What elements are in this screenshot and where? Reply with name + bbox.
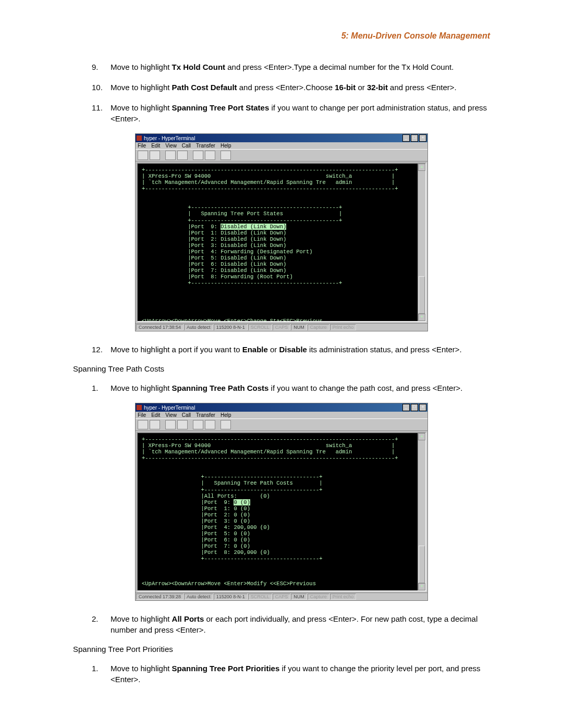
toolbar-icon[interactable] bbox=[205, 151, 215, 160]
status-print: Print echo bbox=[330, 594, 357, 600]
step-pathcost-2: 2. Move to highlight All Ports or each p… bbox=[92, 613, 490, 635]
menubar: File Edit View Call Transfer Help bbox=[136, 412, 427, 418]
menu-transfer[interactable]: Transfer bbox=[196, 412, 215, 418]
menubar: File Edit View Call Transfer Help bbox=[136, 142, 427, 149]
window-title: hyper - HyperTerminal bbox=[144, 135, 402, 141]
menu-call[interactable]: Call bbox=[182, 143, 191, 149]
menu-transfer[interactable]: Transfer bbox=[196, 143, 215, 149]
status-baud: 115200 8-N-1 bbox=[214, 324, 248, 330]
terminal-output: +---------------------------------------… bbox=[137, 163, 426, 322]
step-text: Move to highlight All Ports or each port… bbox=[111, 613, 490, 635]
step-number: 10. bbox=[92, 82, 111, 93]
status-caps: CAPS bbox=[273, 324, 291, 330]
step-text: Move to highlight Spanning Tree Port Sta… bbox=[111, 102, 490, 124]
toolbar-icon[interactable] bbox=[193, 151, 203, 160]
menu-help[interactable]: Help bbox=[221, 412, 231, 418]
status-detect: Auto detect bbox=[184, 594, 213, 600]
menu-view[interactable]: View bbox=[165, 412, 177, 418]
step-number: 1. bbox=[92, 382, 111, 393]
step-pathcost-1: 1. Move to highlight Spanning Tree Path … bbox=[92, 382, 490, 393]
status-capture: Capture bbox=[308, 594, 329, 600]
step-text: Move to highlight Path Cost Default and … bbox=[111, 82, 490, 93]
section-header: 5: Menu-Driven Console Management bbox=[73, 31, 490, 41]
statusbar: Connected 17:39:28 Auto detect 115200 8-… bbox=[136, 593, 427, 600]
step-text: Move to highlight Spanning Tree Port Pri… bbox=[111, 663, 490, 685]
menu-call[interactable]: Call bbox=[182, 412, 191, 418]
menu-edit[interactable]: Edit bbox=[151, 412, 160, 418]
statusbar: Connected 17:38:54 Auto detect 115200 8-… bbox=[136, 323, 427, 331]
menu-help[interactable]: Help bbox=[221, 143, 231, 149]
hyperterminal-window-2: hyper - HyperTerminal _ □ × File Edit Vi… bbox=[135, 403, 428, 601]
status-num: NUM bbox=[291, 594, 307, 600]
app-icon bbox=[137, 405, 142, 410]
close-icon[interactable]: × bbox=[419, 404, 426, 411]
hyperterminal-window-1: hyper - HyperTerminal _ □ × File Edit Vi… bbox=[135, 133, 428, 331]
step-number: 9. bbox=[92, 61, 111, 72]
step-10: 10. Move to highlight Path Cost Default … bbox=[92, 82, 490, 93]
scroll-down-icon[interactable]: ▼ bbox=[418, 583, 425, 590]
toolbar-icon[interactable] bbox=[177, 151, 188, 160]
app-icon bbox=[137, 135, 142, 141]
toolbar-icon[interactable] bbox=[138, 151, 148, 160]
toolbar-icon[interactable] bbox=[177, 420, 188, 429]
status-connected: Connected 17:39:28 bbox=[136, 594, 183, 600]
minimize-icon[interactable]: _ bbox=[402, 404, 410, 411]
maximize-icon[interactable]: □ bbox=[411, 134, 418, 142]
window-titlebar: hyper - HyperTerminal _ □ × bbox=[136, 403, 427, 412]
scroll-up-icon[interactable]: ▲ bbox=[418, 164, 425, 171]
step-number: 1. bbox=[92, 663, 111, 685]
subheading-port-priorities: Spanning Tree Port Priorities bbox=[73, 645, 490, 653]
toolbar-icon[interactable] bbox=[193, 420, 203, 429]
toolbar-icon[interactable] bbox=[221, 151, 231, 160]
status-connected: Connected 17:38:54 bbox=[136, 324, 183, 330]
step-number: 12. bbox=[92, 344, 111, 355]
status-caps: CAPS bbox=[273, 594, 291, 600]
minimize-icon[interactable]: _ bbox=[402, 134, 410, 142]
menu-file[interactable]: File bbox=[138, 412, 146, 418]
window-title: hyper - HyperTerminal bbox=[144, 405, 402, 411]
step-text: Move to highlight Tx Hold Count and pres… bbox=[111, 61, 490, 72]
scroll-up-icon[interactable]: ▲ bbox=[418, 433, 425, 440]
step-11: 11. Move to highlight Spanning Tree Port… bbox=[92, 102, 490, 124]
status-detect: Auto detect bbox=[184, 324, 213, 330]
subheading-path-costs: Spanning Tree Path Costs bbox=[73, 364, 490, 373]
menu-edit[interactable]: Edit bbox=[151, 143, 160, 149]
toolbar-icon[interactable] bbox=[165, 420, 176, 429]
status-scroll: SCROLL bbox=[248, 324, 272, 330]
toolbar bbox=[136, 149, 427, 162]
toolbar-icon[interactable] bbox=[165, 151, 176, 160]
step-number: 11. bbox=[92, 102, 111, 124]
step-text: Move to highlight Spanning Tree Path Cos… bbox=[111, 382, 490, 393]
step-9: 9. Move to highlight Tx Hold Count and p… bbox=[92, 61, 490, 72]
step-12: 12. Move to highlight a port if you want… bbox=[92, 344, 490, 355]
toolbar-icon[interactable] bbox=[150, 420, 160, 429]
terminal-output: +---------------------------------------… bbox=[137, 432, 426, 591]
maximize-icon[interactable]: □ bbox=[411, 404, 418, 411]
window-titlebar: hyper - HyperTerminal _ □ × bbox=[136, 134, 427, 142]
menu-file[interactable]: File bbox=[138, 143, 146, 149]
scrollbar[interactable]: ▲ ▼ bbox=[418, 433, 425, 590]
toolbar bbox=[136, 418, 427, 431]
step-priority-1: 1. Move to highlight Spanning Tree Port … bbox=[92, 663, 490, 685]
close-icon[interactable]: × bbox=[419, 134, 426, 142]
toolbar-icon[interactable] bbox=[205, 420, 215, 429]
scroll-down-icon[interactable]: ▼ bbox=[418, 314, 425, 321]
scrollbar[interactable]: ▲ ▼ bbox=[418, 164, 425, 321]
status-print: Print echo bbox=[330, 324, 357, 330]
toolbar-icon[interactable] bbox=[138, 420, 148, 429]
menu-view[interactable]: View bbox=[165, 143, 177, 149]
step-number: 2. bbox=[92, 613, 111, 635]
toolbar-icon[interactable] bbox=[221, 420, 231, 429]
status-scroll: SCROLL bbox=[248, 594, 272, 600]
status-baud: 115200 8-N-1 bbox=[214, 594, 248, 600]
status-capture: Capture bbox=[308, 324, 329, 330]
status-num: NUM bbox=[291, 324, 307, 330]
step-text: Move to highlight a port if you want to … bbox=[111, 344, 490, 355]
toolbar-icon[interactable] bbox=[150, 151, 160, 160]
